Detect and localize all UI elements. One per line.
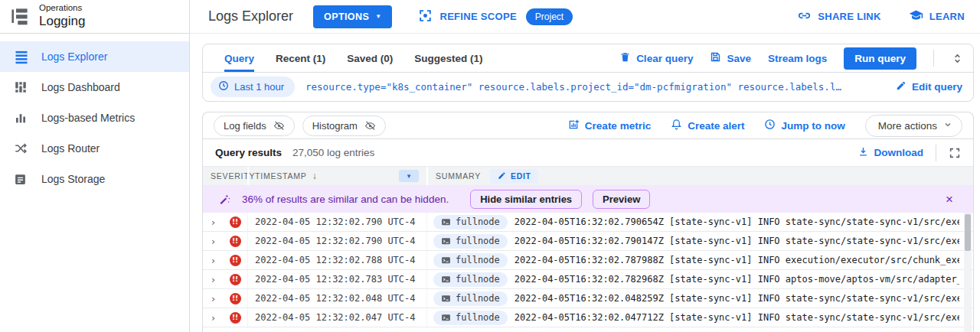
severity-cell: !!	[223, 289, 247, 308]
container-icon	[441, 217, 451, 227]
column-timestamp[interactable]: TIMESTAMP ↓ ▾	[247, 167, 426, 185]
options-button[interactable]: OPTIONS ▼	[313, 5, 392, 28]
log-summary-text: 2022-04-05T16:32:02.048259Z [state-sync-…	[514, 293, 959, 304]
close-icon[interactable]: ×	[939, 193, 959, 206]
severity-cell: !!	[223, 232, 247, 250]
expand-chevron-icon[interactable]: ›	[203, 270, 223, 288]
container-badge[interactable]: fullnode	[433, 291, 508, 306]
results-card: Log fields Histogram	[202, 112, 974, 332]
download-label: Download	[874, 147, 924, 158]
hide-similar-entries-button[interactable]: Hide similar entries	[470, 190, 582, 209]
logs-explorer-icon	[14, 49, 29, 64]
column-summary: SUMMARY EDIT	[426, 167, 973, 185]
app-root: Operations Logging Logs Explorer	[0, 0, 980, 332]
clear-query-button[interactable]: Clear query	[619, 51, 693, 65]
histogram-label: Histogram	[312, 120, 358, 132]
histogram-toggle[interactable]: Histogram	[302, 116, 386, 136]
expand-chevron-icon[interactable]: ›	[203, 251, 223, 269]
sidebar-item-logs-storage[interactable]: Logs Storage	[0, 164, 189, 194]
summary-cell: fullnode 2022-04-05T16:32:02.790654Z [st…	[426, 213, 973, 231]
log-row[interactable]: › !! 2022-04-05 12:32:02.047 UTC-4 fulln…	[203, 308, 973, 327]
log-row[interactable]: › !! 2022-04-05 12:32:02.788 UTC-4 fulln…	[203, 251, 973, 270]
refine-scope-icon	[418, 8, 433, 25]
eye-off-icon	[364, 120, 376, 132]
jump-to-now-button[interactable]: Jump to now	[764, 119, 844, 132]
clock-icon	[218, 80, 229, 93]
sidebar-item-logs-router[interactable]: Logs Router	[0, 133, 189, 164]
container-badge[interactable]: fullnode	[433, 311, 508, 325]
expand-chevron-icon[interactable]: ›	[203, 232, 223, 250]
create-alert-button[interactable]: Create alert	[671, 119, 744, 132]
pencil-icon	[498, 171, 506, 181]
severity-cell: !!	[223, 251, 247, 269]
results-header: Query results 27,050 log entries Downloa…	[203, 139, 973, 167]
preview-button[interactable]: Preview	[593, 190, 650, 209]
column-severity: SEVERITY	[203, 171, 247, 181]
container-badge[interactable]: fullnode	[433, 215, 508, 229]
stream-logs-button[interactable]: Stream logs	[768, 53, 827, 64]
tab-query[interactable]: Query	[224, 44, 254, 72]
run-query-button[interactable]: Run query	[844, 47, 916, 70]
edit-summary-button[interactable]: EDIT	[490, 169, 538, 184]
timestamp-cell: 2022-04-05 12:32:02.783 UTC-4	[247, 270, 426, 288]
log-fields-toggle[interactable]: Log fields	[214, 116, 295, 136]
expand-chevron-icon[interactable]: ›	[203, 289, 223, 308]
container-icon	[441, 313, 451, 323]
container-icon	[441, 294, 451, 304]
pencil-icon	[896, 80, 906, 93]
time-range-chip[interactable]: Last 1 hour	[211, 76, 295, 97]
save-label: Save	[727, 53, 751, 64]
fullscreen-icon[interactable]	[949, 147, 961, 159]
container-badge[interactable]: fullnode	[433, 234, 508, 249]
summary-cell: fullnode 2022-04-05T16:32:02.047712Z [st…	[426, 308, 973, 327]
tab-recent[interactable]: Recent (1)	[276, 44, 325, 72]
options-label: OPTIONS	[324, 11, 369, 22]
chevron-down-icon: ▼	[375, 14, 381, 20]
download-button[interactable]: Download	[858, 146, 924, 160]
sort-desc-icon[interactable]: ↓	[312, 171, 317, 181]
collapse-expand-icon[interactable]	[951, 52, 964, 65]
scope-badge[interactable]: Project	[526, 8, 573, 25]
sidebar-item-logs-based-metrics[interactable]: Logs-based Metrics	[0, 103, 189, 133]
banner-message: 36% of results are similar and can be hi…	[242, 194, 449, 205]
expand-chevron-icon[interactable]: ›	[203, 213, 223, 231]
container-badge[interactable]: fullnode	[433, 272, 508, 287]
tab-suggested[interactable]: Suggested (1)	[414, 44, 482, 72]
timestamp-dropdown-button[interactable]: ▾	[399, 170, 419, 182]
stream-logs-label: Stream logs	[768, 53, 827, 64]
severity-cell: !!	[223, 213, 247, 231]
learn-button[interactable]: LEARN	[909, 8, 965, 25]
log-row[interactable]: › !! 2022-04-05 12:32:02.790 UTC-4 fulln…	[203, 232, 973, 251]
product-name: Operations	[39, 3, 86, 14]
log-row[interactable]: › !! 2022-04-05 12:32:02.783 UTC-4 fulln…	[203, 270, 973, 289]
save-button[interactable]: Save	[710, 51, 751, 65]
summary-cell: fullnode 2022-04-05T16:32:02.790147Z [st…	[426, 232, 973, 250]
refine-scope-button[interactable]: REFINE SCOPE	[418, 8, 516, 25]
timestamp-cell: 2022-04-05 12:32:02.048 UTC-4	[247, 289, 426, 308]
sidebar-item-logs-explorer[interactable]: Logs Explorer	[0, 41, 189, 72]
log-summary-text: 2022-04-05T16:32:02.787988Z [state-sync-…	[514, 255, 959, 265]
log-row[interactable]: › !! 2022-04-05 12:32:02.048 UTC-4 fulln…	[203, 289, 973, 308]
product-identity: Operations Logging	[39, 3, 86, 29]
query-builder-card: Query Recent (1) Saved (0) Suggested (1)…	[202, 44, 974, 102]
log-row[interactable]: › !! 2022-04-05 12:32:02.790 UTC-4 fulln…	[203, 213, 973, 232]
log-summary-text: 2022-04-05T16:32:02.790654Z [state-sync-…	[514, 216, 959, 227]
vertical-scrollbar[interactable]	[964, 213, 972, 332]
timestamp-cell: 2022-04-05 12:32:02.790 UTC-4	[247, 232, 426, 250]
save-icon	[710, 51, 721, 65]
summary-cell: fullnode 2022-04-05T16:32:02.782968Z [st…	[426, 270, 973, 288]
summary-cell: fullnode 2022-04-05T16:32:02.048259Z [st…	[426, 289, 973, 308]
share-link-button[interactable]: SHARE LINK	[797, 8, 880, 25]
edit-label: EDIT	[511, 171, 531, 181]
edit-query-button[interactable]: Edit query	[896, 80, 962, 93]
container-badge[interactable]: fullnode	[433, 253, 508, 268]
query-input[interactable]: resource.type="k8s_container" resource.l…	[305, 81, 885, 93]
tab-saved[interactable]: Saved (0)	[347, 44, 393, 72]
scrollbar-thumb[interactable]	[965, 214, 971, 251]
sidebar-item-logs-dashboard[interactable]: Logs Dashboard	[0, 72, 189, 103]
create-metric-button[interactable]: Create metric	[567, 119, 651, 133]
sidebar: Operations Logging Logs Explorer	[0, 0, 190, 332]
more-actions-button[interactable]: More actions	[865, 115, 962, 137]
expand-chevron-icon[interactable]: ›	[203, 308, 223, 327]
log-fields-label: Log fields	[224, 120, 266, 132]
